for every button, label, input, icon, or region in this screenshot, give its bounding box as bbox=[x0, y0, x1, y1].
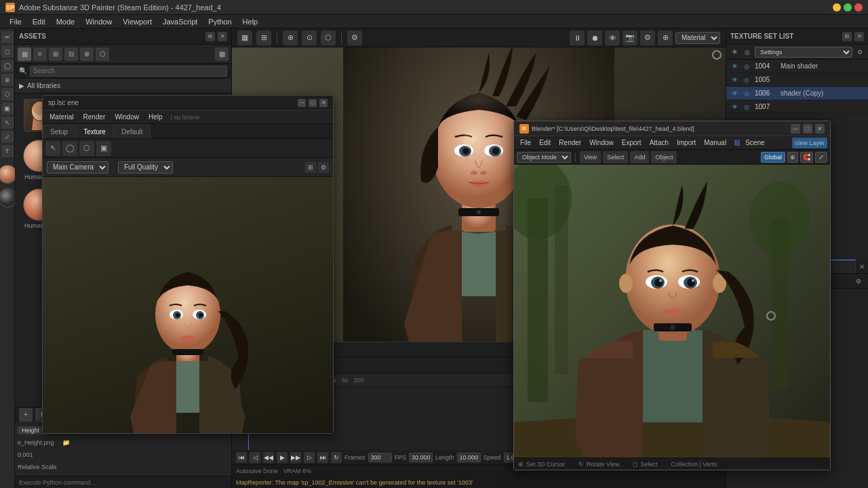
sp-menu-render[interactable]: Render bbox=[79, 110, 110, 123]
pb-next-frame-btn[interactable]: ▷ bbox=[304, 452, 315, 463]
sp-camera-select[interactable]: Main Camera bbox=[47, 161, 108, 174]
bl-close-btn[interactable]: ✕ bbox=[815, 124, 825, 134]
pb-prev-keyframe-btn[interactable]: ◀◀ bbox=[263, 452, 274, 463]
sp-quality-select[interactable]: Full Quality bbox=[118, 161, 173, 174]
sp-tab-setup[interactable]: Setup bbox=[43, 125, 75, 138]
sp-menu-window[interactable]: Window bbox=[111, 110, 143, 123]
tab-close-btn[interactable]: ✕ bbox=[856, 260, 868, 273]
pb-prev-frame-btn[interactable]: ◁ bbox=[250, 452, 260, 463]
tag-btn[interactable]: ⬡ bbox=[96, 47, 109, 61]
all-libraries-item[interactable]: ▶ All libraries bbox=[15, 79, 231, 94]
menu-python[interactable]: Python bbox=[203, 15, 237, 28]
sp-tool-3[interactable]: ⬡ bbox=[79, 141, 94, 156]
bl-menu-select[interactable]: Select bbox=[603, 151, 628, 163]
view-list-btn[interactable]: ≡ bbox=[33, 47, 47, 61]
bl-menu-manual[interactable]: Manual bbox=[701, 136, 730, 149]
search-input[interactable] bbox=[30, 66, 227, 77]
tool-select[interactable]: ↖ bbox=[1, 117, 14, 129]
pb-rewind-btn[interactable]: ⏮ bbox=[236, 452, 247, 463]
height-btn[interactable]: Height bbox=[18, 426, 43, 434]
vt-pause-btn[interactable]: ⏸ bbox=[570, 30, 585, 45]
material-preview-sphere[interactable] bbox=[0, 165, 17, 184]
vt-record-btn[interactable]: ⏺ bbox=[587, 30, 602, 45]
tool-clone[interactable]: ⊕ bbox=[1, 74, 14, 86]
tool-mask[interactable]: ▣ bbox=[1, 102, 14, 115]
view-details-btn[interactable]: ⊞ bbox=[49, 47, 62, 61]
layer-settings-btn[interactable]: ⚙ bbox=[853, 276, 864, 287]
vt-render-btn[interactable]: ⬡ bbox=[321, 30, 336, 45]
bl-menu-scene[interactable]: Scene bbox=[742, 136, 768, 149]
overlay-dot-1[interactable] bbox=[712, 50, 722, 60]
sp-viewport[interactable] bbox=[43, 177, 333, 433]
bl-pivot-btn[interactable]: ⊕ bbox=[787, 152, 798, 163]
assets-close-btn[interactable]: ✕ bbox=[218, 32, 227, 41]
ts-item-1005[interactable]: 👁 ◎ 1005 bbox=[726, 73, 868, 87]
bl-menu-view[interactable]: View bbox=[580, 151, 601, 163]
sp-tb-r1[interactable]: ⊞ bbox=[305, 162, 316, 173]
rp-extra-btn[interactable]: ⚙ bbox=[854, 47, 865, 58]
menu-javascript[interactable]: JavaScript bbox=[157, 15, 203, 28]
sp-min-btn[interactable]: ─ bbox=[298, 99, 306, 107]
python-input[interactable] bbox=[19, 479, 227, 486]
menu-edit[interactable]: Edit bbox=[27, 15, 51, 28]
material-dropdown[interactable]: Material bbox=[675, 32, 720, 44]
pb-frames-input[interactable] bbox=[368, 453, 392, 462]
rp-float-btn[interactable]: ⧉ bbox=[842, 32, 852, 41]
menu-mode[interactable]: Mode bbox=[51, 15, 81, 28]
bl-menu-import[interactable]: Import bbox=[673, 136, 699, 149]
vt-grid2-btn[interactable]: ⊞ bbox=[256, 30, 271, 45]
ts-item-1006[interactable]: 👁 ◎ 1006 shader (Copy) bbox=[726, 87, 868, 100]
tool-fill[interactable]: ⬡ bbox=[1, 88, 14, 100]
sp-menu-material[interactable]: Material bbox=[45, 110, 78, 123]
vt-eye-btn[interactable]: 👁 bbox=[605, 30, 620, 45]
bl-menu-window[interactable]: Window bbox=[586, 136, 617, 149]
tool-smudge[interactable]: ◯ bbox=[1, 60, 14, 72]
sp-tool-2[interactable]: ◯ bbox=[62, 141, 77, 156]
pb-play-btn[interactable]: ▶ bbox=[277, 452, 288, 463]
bl-menu-add[interactable]: Add bbox=[630, 151, 649, 163]
close-btn[interactable] bbox=[854, 3, 863, 12]
bl-menu-attach[interactable]: Attach bbox=[646, 136, 672, 149]
bl-viewport[interactable]: User Perspective (1) Collection Renderin… bbox=[514, 165, 830, 458]
bl-view-layer-btn[interactable]: View Layer bbox=[792, 138, 827, 148]
sp-tool-4[interactable]: ▣ bbox=[96, 141, 111, 156]
add-asset-btn[interactable]: + bbox=[19, 408, 33, 422]
filter-btn[interactable]: ⊟ bbox=[64, 47, 78, 61]
assets-float-btn[interactable]: ⧉ bbox=[205, 32, 215, 41]
maximize-btn[interactable] bbox=[844, 3, 852, 12]
vt-settings-btn[interactable]: ⚙ bbox=[347, 30, 362, 45]
minimize-btn[interactable] bbox=[833, 3, 841, 12]
bl-mode-select[interactable]: Object Mode bbox=[517, 152, 571, 163]
pb-length-input[interactable] bbox=[457, 453, 481, 462]
tool-brush[interactable]: ✏ bbox=[1, 31, 14, 43]
material-preview-sphere-2[interactable] bbox=[0, 188, 17, 207]
rp-eye-btn[interactable]: 👁 bbox=[729, 47, 740, 58]
view-grid-btn[interactable]: ▦ bbox=[18, 47, 31, 61]
tool-eraser[interactable]: ◻ bbox=[1, 45, 14, 58]
ts-item-1004[interactable]: 👁 ◎ 1004 Main shader bbox=[726, 60, 868, 73]
sp-menu-help[interactable]: Help bbox=[144, 110, 167, 123]
sort-btn[interactable]: ⊕ bbox=[80, 47, 94, 61]
sp-max-btn[interactable]: □ bbox=[309, 99, 317, 107]
vt-light-btn[interactable]: ⊙ bbox=[302, 30, 317, 45]
file-folder-icon[interactable]: 📁 bbox=[61, 438, 71, 447]
bl-transform-btn[interactable]: ⤢ bbox=[815, 152, 827, 163]
settings-dropdown[interactable]: Settings bbox=[755, 47, 852, 58]
bl-global-btn[interactable]: Global bbox=[761, 152, 785, 163]
vt-settings2-btn[interactable]: ⚙ bbox=[640, 30, 655, 45]
bl-menu-render[interactable]: Render bbox=[555, 136, 585, 149]
pb-fps-input[interactable] bbox=[409, 453, 433, 462]
vt-extra-btn[interactable]: ⊕ bbox=[658, 30, 673, 45]
bl-menu-file[interactable]: File bbox=[517, 136, 534, 149]
pb-next-keyframe-btn[interactable]: ▶▶ bbox=[290, 452, 301, 463]
menu-window[interactable]: Window bbox=[80, 15, 117, 28]
pb-loop-btn[interactable]: ↻ bbox=[331, 452, 342, 463]
bl-menu-object[interactable]: Object bbox=[651, 151, 677, 163]
rp-eye2-btn[interactable]: ◎ bbox=[742, 47, 753, 58]
pb-forward-btn[interactable]: ⏭ bbox=[317, 452, 328, 463]
sp-tab-texture[interactable]: Texture bbox=[76, 125, 113, 138]
bl-snap-btn[interactable]: 🧲 bbox=[800, 152, 813, 163]
sp-tb-r2[interactable]: ⚙ bbox=[318, 162, 329, 173]
tool-transform[interactable]: ⤢ bbox=[1, 131, 14, 143]
grid-size-btn[interactable]: ▦ bbox=[215, 47, 229, 61]
